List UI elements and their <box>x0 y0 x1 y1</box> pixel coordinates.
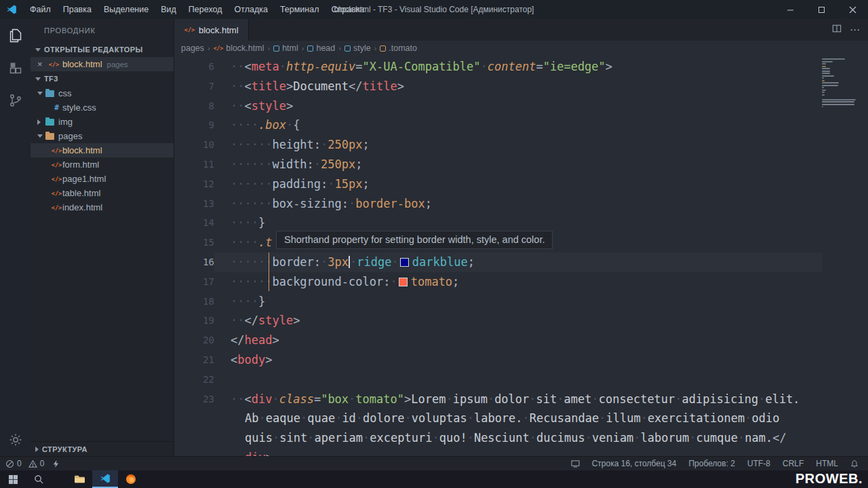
explorer-icon[interactable] <box>0 19 31 52</box>
breadcrumb-blockhtml[interactable]: </>block.html <box>214 43 264 53</box>
code-line[interactable]: 14····} <box>174 213 868 233</box>
line-number: 7 <box>174 77 214 96</box>
code-line[interactable]: quis·sint·aperiam·excepturi·quo!·Nesciun… <box>174 428 868 448</box>
tree-item-label: pages <box>58 131 82 141</box>
breadcrumb-html[interactable]: html <box>273 43 298 53</box>
menu-правка[interactable]: Правка <box>57 0 98 19</box>
minimize-button[interactable] <box>774 0 806 19</box>
language-mode[interactable]: HTML <box>816 459 838 468</box>
line-content: ··<meta·http-equiv="X-UA-Compatible"·con… <box>214 57 822 77</box>
tab-block-html[interactable]: </> block.html <box>174 19 249 41</box>
more-actions-icon[interactable]: ⋯ <box>850 24 860 36</box>
workspace-label: TF3 <box>44 75 58 83</box>
maximize-button[interactable] <box>806 0 837 19</box>
code-line[interactable]: 19··</style> <box>174 311 868 331</box>
taskbar-vscode-button[interactable] <box>92 470 118 488</box>
line-content: div> <box>214 448 822 456</box>
workspace-header[interactable]: TF3 <box>31 71 174 86</box>
menu-переход[interactable]: Переход <box>182 0 229 19</box>
color-swatch[interactable] <box>399 278 408 286</box>
code-line[interactable]: 12······padding:·15px; <box>174 174 868 194</box>
menu-выделение[interactable]: Выделение <box>98 0 155 19</box>
line-number: 9 <box>174 115 214 135</box>
line-number: 6 <box>174 57 214 77</box>
tree-item-index.html[interactable]: </>index.html <box>31 200 174 214</box>
open-editors-header[interactable]: ОТКРЫТЫЕ РЕДАКТОРЫ <box>31 42 174 57</box>
code-line[interactable]: 18····} <box>174 292 868 312</box>
tree-item-style.css[interactable]: #style.css <box>31 100 174 115</box>
color-swatch[interactable] <box>400 258 409 267</box>
tree-item-block.html[interactable]: </>block.html <box>31 143 174 157</box>
code-area[interactable]: 6··<meta·http-equiv="X-UA-Compatible"·co… <box>174 56 868 456</box>
breadcrumb-tomato[interactable]: .tomato <box>380 43 417 53</box>
breadcrumb-pages[interactable]: pages <box>181 43 204 53</box>
problems-indicator[interactable]: 0 0 <box>0 459 60 468</box>
minimap[interactable] <box>822 58 857 109</box>
source-control-icon[interactable] <box>0 84 31 117</box>
menu-терминал[interactable]: Терминал <box>274 0 326 19</box>
line-content: ····} <box>214 292 822 312</box>
file-explorer-button[interactable] <box>66 470 92 488</box>
html-file-icon: </> <box>48 61 60 68</box>
close-editor-icon[interactable]: × <box>37 59 48 69</box>
code-line[interactable]: 16······border:·3px·ridge·darkblue; <box>174 252 868 272</box>
vscode-window: ФайлПравкаВыделениеВидПереходОтладкаТерм… <box>0 0 868 488</box>
tree-item-page1.html[interactable]: </>page1.html <box>31 172 174 186</box>
file-tree: css#style.cssimgpages</>block.html</>for… <box>31 86 174 214</box>
line-content: <body> <box>214 350 822 370</box>
tree-item-label: form.html <box>62 159 99 170</box>
menu-справка[interactable]: Справка <box>325 0 370 19</box>
code-line[interactable]: 21<body> <box>174 350 868 370</box>
code-line[interactable]: Ab·eaque·quae·id·dolore·voluptas·labore.… <box>174 409 868 428</box>
breadcrumb-separator: › <box>374 44 377 52</box>
breadcrumb-style[interactable]: style <box>344 43 371 53</box>
tree-item-label: style.css <box>62 102 96 113</box>
lightning-icon <box>52 459 60 468</box>
code-line[interactable]: 22 <box>174 370 868 390</box>
screencast-icon[interactable] <box>571 460 580 468</box>
code-line[interactable]: div> <box>174 448 868 456</box>
tree-item-pages[interactable]: pages <box>31 129 174 143</box>
breadcrumb-separator: › <box>338 44 341 52</box>
code-line[interactable]: 23··<div·class="box·tomato">Lorem·ipsum·… <box>174 390 868 409</box>
breadcrumb-head[interactable]: head <box>307 43 335 53</box>
indentation[interactable]: Пробелов: 2 <box>688 459 735 468</box>
menu-вид[interactable]: Вид <box>155 0 182 19</box>
open-editor-detail: pages <box>107 60 128 69</box>
folder-icon <box>45 90 54 97</box>
css-file-icon: # <box>51 103 62 112</box>
encoding[interactable]: UTF-8 <box>747 459 770 468</box>
window-controls <box>774 0 868 19</box>
close-button[interactable] <box>837 0 868 19</box>
split-editor-icon[interactable] <box>832 24 842 36</box>
eol-sequence[interactable]: CRLF <box>783 459 804 468</box>
cursor-position[interactable]: Строка 16, столбец 34 <box>592 459 677 468</box>
code-line[interactable]: 9····.box·{ <box>174 115 868 135</box>
code-line[interactable]: 20</head> <box>174 331 868 350</box>
firefox-button[interactable] <box>118 470 144 488</box>
code-line[interactable]: 13······box-sizing:·border-box; <box>174 194 868 214</box>
menu-отладка[interactable]: Отладка <box>229 0 274 19</box>
menu-файл[interactable]: Файл <box>24 0 57 19</box>
extensions-icon[interactable] <box>0 52 31 84</box>
open-editor-item[interactable]: × </> block.html pages <box>31 57 174 71</box>
tree-item-img[interactable]: img <box>31 115 174 129</box>
code-line[interactable]: 8··<style> <box>174 96 868 116</box>
code-line[interactable]: 17······background-color:·tomato; <box>174 272 868 292</box>
code-line[interactable]: 7··<title>Document</title> <box>174 77 868 96</box>
line-number: 8 <box>174 96 214 116</box>
line-number: 23 <box>174 390 214 409</box>
tree-item-table.html[interactable]: </>table.html <box>31 186 174 200</box>
tree-item-css[interactable]: css <box>31 86 174 100</box>
code-line[interactable]: 11······width:·250px; <box>174 155 868 174</box>
outline-header[interactable]: СТРУКТУРА <box>31 441 174 456</box>
code-lines: 6··<meta·http-equiv="X-UA-Compatible"·co… <box>174 57 868 456</box>
settings-gear-icon[interactable] <box>0 424 31 456</box>
notifications-bell-icon[interactable] <box>850 459 859 468</box>
taskbar-search-button[interactable] <box>26 470 52 488</box>
code-line[interactable]: 6··<meta·http-equiv="X-UA-Compatible"·co… <box>174 57 868 77</box>
code-line[interactable]: 10······height:·250px; <box>174 135 868 155</box>
tree-item-form.html[interactable]: </>form.html <box>31 157 174 172</box>
start-button[interactable] <box>0 470 26 488</box>
line-content: ······padding:·15px; <box>214 174 822 194</box>
